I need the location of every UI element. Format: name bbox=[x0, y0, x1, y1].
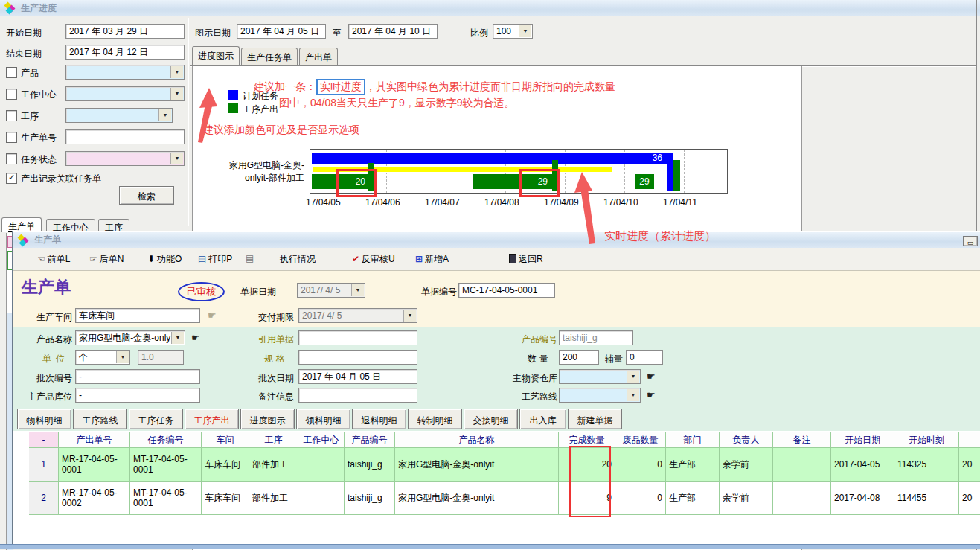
unit-factor-input[interactable]: 1.0 bbox=[138, 350, 184, 365]
minimize-button[interactable]: ▭ bbox=[963, 236, 978, 246]
table-cell: 2 bbox=[29, 482, 59, 515]
detail-tab-process-route[interactable]: 工序路线 bbox=[73, 409, 127, 429]
search-button[interactable]: 检索 bbox=[119, 186, 174, 205]
order-window-titlebar[interactable]: 生产单 bbox=[13, 232, 980, 248]
location-input[interactable]: - bbox=[75, 388, 200, 403]
column-header[interactable]: 开始日期 bbox=[831, 432, 894, 448]
batch-no-input[interactable]: - bbox=[75, 369, 200, 384]
chevron-down-icon[interactable]: ▼ bbox=[351, 284, 364, 296]
batch-date-input[interactable]: 2017 年 04 月 05 日 bbox=[298, 369, 417, 384]
work-center-checkbox[interactable] bbox=[6, 89, 17, 100]
chevron-down-icon[interactable]: ▼ bbox=[627, 371, 639, 383]
linked-output-checkbox[interactable]: ✓ bbox=[6, 173, 17, 184]
detail-tab-materials[interactable]: 物料明细 bbox=[17, 409, 71, 429]
task-state-checkbox[interactable] bbox=[6, 153, 17, 164]
detail-tab-return[interactable]: 退料明细 bbox=[352, 409, 406, 429]
exec-status-button[interactable]: 执行情况 bbox=[280, 253, 316, 266]
back-button[interactable]: 返回R bbox=[509, 253, 543, 266]
next-doc-button[interactable]: ☞后单N bbox=[89, 253, 124, 266]
start-date-input[interactable]: 2017 年 03 月 29 日 bbox=[65, 24, 185, 39]
bottom-tab-order[interactable]: 生产单 bbox=[1, 217, 42, 232]
detail-tab-new-doc[interactable]: 新建单据 bbox=[568, 409, 622, 429]
column-header[interactable]: 废品数量 bbox=[615, 432, 666, 448]
function-button[interactable]: ⬇功能O bbox=[147, 253, 182, 266]
column-header[interactable]: 车间 bbox=[202, 432, 249, 448]
product-combo[interactable]: ▼ bbox=[65, 65, 185, 80]
deliver-combo[interactable]: 2017/ 4/ 5▼ bbox=[298, 308, 417, 323]
detail-tab-handover[interactable]: 交接明细 bbox=[464, 409, 518, 429]
warehouse-combo[interactable]: ▼ bbox=[559, 369, 641, 384]
product-no-label: 产品编号 bbox=[522, 333, 557, 346]
detail-tab-progress-chart[interactable]: 进度图示 bbox=[240, 409, 295, 429]
doc-no-input[interactable]: MC-17-04-05-0001 bbox=[458, 283, 555, 298]
table-cell: 生产部 bbox=[666, 448, 720, 482]
tab-output-orders[interactable]: 产出单 bbox=[299, 48, 338, 65]
prev-doc-button[interactable]: ☜前单L bbox=[37, 253, 70, 266]
chevron-down-icon[interactable]: ▼ bbox=[170, 153, 183, 164]
table-row[interactable]: 2 MR-17-04-05-0002 MT-17-04-05-0001 车床车间… bbox=[29, 482, 980, 515]
chevron-down-icon[interactable]: ▼ bbox=[403, 310, 416, 322]
column-header[interactable]: 备注 bbox=[773, 432, 831, 448]
remark-input[interactable] bbox=[298, 388, 417, 403]
column-header[interactable]: 产出单号 bbox=[59, 432, 130, 448]
qty-input[interactable]: 200 bbox=[559, 350, 599, 365]
column-header[interactable]: 开始时刻 bbox=[894, 432, 959, 448]
scale-combo[interactable]: 100▼ bbox=[493, 24, 533, 39]
work-center-combo[interactable]: ▼ bbox=[65, 86, 185, 101]
detail-tab-picking[interactable]: 领料明细 bbox=[296, 409, 350, 429]
chevron-down-icon[interactable]: ▼ bbox=[170, 88, 183, 100]
detail-tab-inout[interactable]: 出入库 bbox=[519, 409, 566, 429]
print-button[interactable]: ▤打印P bbox=[198, 253, 232, 266]
detail-tab-transfer[interactable]: 转制明细 bbox=[408, 409, 462, 429]
chevron-down-icon[interactable]: ▼ bbox=[627, 389, 639, 401]
process-combo[interactable]: ▼ bbox=[65, 108, 173, 123]
route-combo[interactable]: ▼ bbox=[559, 388, 641, 403]
order-no-input[interactable] bbox=[65, 129, 185, 144]
pointer-icon[interactable]: ☛ bbox=[647, 371, 656, 382]
tab-task-orders[interactable]: 生产任务单 bbox=[241, 48, 298, 65]
pointer-icon[interactable]: ☛ bbox=[647, 389, 656, 400]
order-no-checkbox[interactable] bbox=[6, 132, 17, 143]
column-header[interactable]: 任务编号 bbox=[130, 432, 202, 448]
column-header[interactable]: 部门 bbox=[666, 432, 720, 448]
tab-progress-chart[interactable]: 进度图示 bbox=[192, 46, 240, 65]
pointer-icon[interactable]: ☛ bbox=[208, 310, 217, 321]
detail-tab-process-output[interactable]: 工序产出 bbox=[185, 409, 239, 429]
planned-task-bar[interactable]: 36 bbox=[312, 153, 671, 164]
chart-date-from-input[interactable]: 2017 年 04 月 05 日 bbox=[237, 24, 326, 39]
column-header[interactable]: 产品名称 bbox=[395, 432, 559, 448]
printer-icon-button[interactable]: ▤ bbox=[246, 253, 254, 263]
unaudit-button[interactable]: ✔反审核U bbox=[352, 253, 395, 266]
doc-date-combo[interactable]: 2017/ 4/ 5▼ bbox=[297, 283, 365, 298]
add-button[interactable]: ⊞新增A bbox=[415, 253, 449, 266]
column-header[interactable]: 工作中心 bbox=[298, 432, 345, 448]
column-header[interactable]: 工序 bbox=[249, 432, 298, 448]
aux-qty-input[interactable]: 0 bbox=[626, 350, 663, 365]
unit-combo[interactable]: 个▼ bbox=[75, 350, 130, 365]
detail-tab-process-task[interactable]: 工序任务 bbox=[129, 409, 183, 429]
chevron-down-icon[interactable]: ▼ bbox=[170, 66, 183, 78]
column-header[interactable]: 负责人 bbox=[720, 432, 773, 448]
spec-input[interactable] bbox=[298, 350, 417, 365]
product-checkbox[interactable] bbox=[6, 67, 17, 78]
chevron-down-icon[interactable]: ▼ bbox=[519, 25, 531, 37]
chart-date-to-input[interactable]: 2017 年 04 月 10 日 bbox=[348, 24, 438, 39]
process-checkbox[interactable] bbox=[6, 110, 17, 121]
task-state-combo[interactable]: ▼ bbox=[65, 151, 185, 166]
pointer-icon[interactable]: ☛ bbox=[191, 332, 200, 343]
chevron-down-icon[interactable]: ▼ bbox=[116, 351, 129, 363]
table-row[interactable]: 1 MR-17-04-05-0001 MT-17-04-05-0001 车床车间… bbox=[29, 448, 980, 482]
chevron-down-icon[interactable]: ▼ bbox=[158, 109, 171, 121]
column-header[interactable]: - bbox=[29, 432, 59, 448]
column-header[interactable]: 产品编号 bbox=[345, 432, 395, 448]
product-no-input[interactable]: taishiji_g bbox=[559, 330, 633, 345]
ref-doc-input[interactable] bbox=[298, 330, 417, 345]
progress-window-title: 生产进度 bbox=[21, 2, 57, 15]
column-header[interactable] bbox=[959, 432, 980, 448]
chevron-down-icon[interactable]: ▼ bbox=[171, 332, 184, 344]
end-date-input[interactable]: 2017 年 04 月 12 日 bbox=[65, 45, 185, 60]
progress-window-titlebar[interactable]: 生产进度 bbox=[0, 0, 980, 16]
product-name-combo[interactable]: 家用G型电脑-金奥-only▼ bbox=[75, 330, 185, 345]
realtime-note: 实时进度（累计进度） bbox=[604, 229, 716, 243]
workshop-input[interactable]: 车床车间 bbox=[75, 308, 200, 323]
